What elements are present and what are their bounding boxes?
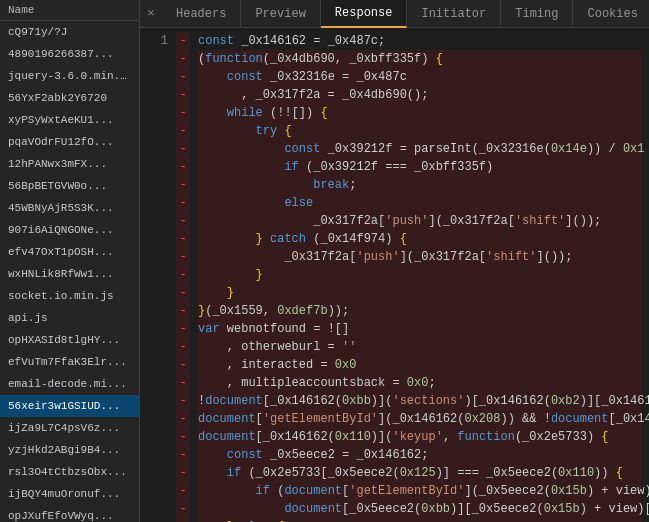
diff-marker: - bbox=[176, 122, 190, 140]
diff-marker: - bbox=[176, 158, 190, 176]
sidebar-item[interactable]: ijZa9L7C4psV6z... bbox=[0, 417, 139, 439]
diff-marker: - bbox=[176, 248, 190, 266]
code-line: document[_0x5eece2(0xbb)][_0x5eece2(0x15… bbox=[198, 500, 641, 518]
diff-marker: - bbox=[176, 32, 190, 50]
code-line: } catch (_0x14f974) { bbox=[198, 230, 641, 248]
diff-marker: - bbox=[176, 446, 190, 464]
diff-marker: - bbox=[176, 482, 190, 500]
code-content: const _0x146162 = _0x487c;(function(_0x4… bbox=[190, 28, 649, 522]
sidebar-item[interactable]: 907i6AiQNGONe... bbox=[0, 219, 139, 241]
sidebar-item[interactable]: opHXASId8tlgHY... bbox=[0, 329, 139, 351]
code-area[interactable]: 1 ---------------------------- const _0x… bbox=[140, 28, 649, 522]
code-line: const _0x146162 = _0x487c; bbox=[198, 32, 641, 50]
code-line: , interacted = 0x0 bbox=[198, 356, 641, 374]
diff-marker: - bbox=[176, 356, 190, 374]
code-line: }(_0x1559, 0xdef7b)); bbox=[198, 302, 641, 320]
code-line: break; bbox=[198, 176, 641, 194]
code-line: _0x317f2a['push'](_0x317f2a['shift']()); bbox=[198, 212, 641, 230]
code-line: document['getElementById'](_0x146162(0x2… bbox=[198, 410, 641, 428]
sidebar-item[interactable]: 12hPANwx3mFX... bbox=[0, 153, 139, 175]
diff-marker: - bbox=[176, 104, 190, 122]
sidebar-item[interactable]: cQ971y/?J bbox=[0, 21, 139, 43]
code-line: _0x317f2a['push'](_0x317f2a['shift']()); bbox=[198, 248, 641, 266]
main-panel: × HeadersPreviewResponseInitiatorTimingC… bbox=[140, 0, 649, 522]
diff-marker: - bbox=[176, 518, 190, 522]
sidebar-item[interactable]: api.js bbox=[0, 307, 139, 329]
diff-marker: - bbox=[176, 86, 190, 104]
code-line: try { bbox=[198, 122, 641, 140]
sidebar-item[interactable]: 4890196266387... bbox=[0, 43, 139, 65]
code-line: if (_0x2e5733[_0x5eece2(0x125)] === _0x5… bbox=[198, 464, 641, 482]
code-line: else bbox=[198, 194, 641, 212]
sidebar-item[interactable]: pqaVOdrFU12fO... bbox=[0, 131, 139, 153]
diff-marker: - bbox=[176, 284, 190, 302]
code-line: } bbox=[198, 284, 641, 302]
sidebar-item[interactable]: ijBQY4muOronuf... bbox=[0, 483, 139, 505]
sidebar-item[interactable]: yzjHkd2ABgi9B4... bbox=[0, 439, 139, 461]
diff-marker: - bbox=[176, 320, 190, 338]
sidebar-header: Name bbox=[0, 0, 139, 21]
tab-timing[interactable]: Timing bbox=[501, 0, 573, 28]
diff-marker: - bbox=[176, 140, 190, 158]
code-line: document[_0x146162(0x110)]('keyup', func… bbox=[198, 428, 641, 446]
diff-marker: - bbox=[176, 392, 190, 410]
tab-preview[interactable]: Preview bbox=[241, 0, 320, 28]
tab-initiator[interactable]: Initiator bbox=[407, 0, 501, 28]
diff-marker: - bbox=[176, 266, 190, 284]
diff-marker: - bbox=[176, 212, 190, 230]
code-line: const _0x39212f = parseInt(_0x32316e(0x1… bbox=[198, 140, 641, 158]
code-line: , _0x317f2a = _0x4db690(); bbox=[198, 86, 641, 104]
line-number: 1 bbox=[140, 32, 168, 50]
diff-marker: - bbox=[176, 176, 190, 194]
diff-marker: - bbox=[176, 230, 190, 248]
line-numbers: 1 bbox=[140, 28, 176, 522]
diff-marker: - bbox=[176, 500, 190, 518]
code-line: if (document['getElementById'](_0x5eece2… bbox=[198, 482, 641, 500]
diff-marker: - bbox=[176, 194, 190, 212]
sidebar: Name cQ971y/?J4890196266387...jquery-3.6… bbox=[0, 0, 140, 522]
code-line: } else { bbox=[198, 518, 641, 522]
close-tab-button[interactable]: × bbox=[140, 0, 162, 28]
diff-marker: - bbox=[176, 464, 190, 482]
sidebar-item[interactable]: 56YxF2abk2Y6720 bbox=[0, 87, 139, 109]
code-line: if (_0x39212f === _0xbff335f) bbox=[198, 158, 641, 176]
code-line: } bbox=[198, 266, 641, 284]
sidebar-item[interactable]: xyPSyWxtAeKU1... bbox=[0, 109, 139, 131]
code-line: while (!![]) { bbox=[198, 104, 641, 122]
sidebar-item[interactable]: socket.io.min.js bbox=[0, 285, 139, 307]
diff-markers: ---------------------------- bbox=[176, 28, 190, 522]
code-line: , otherweburl = '' bbox=[198, 338, 641, 356]
code-line: (function(_0x4db690, _0xbff335f) { bbox=[198, 50, 641, 68]
diff-marker: - bbox=[176, 428, 190, 446]
sidebar-item[interactable]: 56BpBETGVW0o... bbox=[0, 175, 139, 197]
tab-cookies[interactable]: Cookies bbox=[573, 0, 649, 28]
sidebar-item[interactable]: efVuTm7FfaK3Elr... bbox=[0, 351, 139, 373]
diff-marker: - bbox=[176, 410, 190, 428]
code-line: var webnotfound = ![] bbox=[198, 320, 641, 338]
diff-marker: - bbox=[176, 338, 190, 356]
code-line: const _0x32316e = _0x487c bbox=[198, 68, 641, 86]
sidebar-item[interactable]: wxHNLik8RfWw1... bbox=[0, 263, 139, 285]
tabs-bar: × HeadersPreviewResponseInitiatorTimingC… bbox=[140, 0, 649, 28]
tab-headers[interactable]: Headers bbox=[162, 0, 241, 28]
code-line: const _0x5eece2 = _0x146162; bbox=[198, 446, 641, 464]
diff-marker: - bbox=[176, 68, 190, 86]
code-line: , multipleaccountsback = 0x0; bbox=[198, 374, 641, 392]
sidebar-item[interactable]: efv47OxT1pOSH... bbox=[0, 241, 139, 263]
sidebar-item[interactable]: 45WBNyAjR5S3K... bbox=[0, 197, 139, 219]
diff-marker: - bbox=[176, 374, 190, 392]
tab-response[interactable]: Response bbox=[321, 0, 408, 28]
sidebar-item[interactable]: 56xeir3w1GSIUD... bbox=[0, 395, 139, 417]
sidebar-item[interactable]: rsl3O4tCtbzsObx... bbox=[0, 461, 139, 483]
sidebar-item[interactable]: opJXufEfoVWyq... bbox=[0, 505, 139, 522]
diff-marker: - bbox=[176, 302, 190, 320]
sidebar-item[interactable]: email-decode.mi... bbox=[0, 373, 139, 395]
sidebar-item[interactable]: jquery-3.6.0.min.js bbox=[0, 65, 139, 87]
diff-marker: - bbox=[176, 50, 190, 68]
code-line: !document[_0x146162(0xbb)]('sections')[_… bbox=[198, 392, 641, 410]
